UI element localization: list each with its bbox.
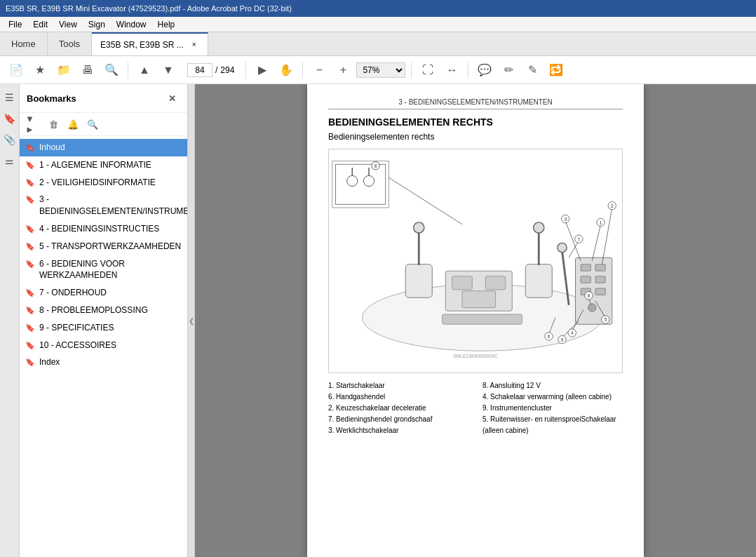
bookmark-expand-button[interactable]: ▼ ► — [25, 116, 42, 133]
bookmark-button[interactable]: ★ — [29, 60, 50, 81]
bookmark-item-ch4[interactable]: 🔖4 - BEDIENINGSINSTRUCTIES — [20, 220, 187, 238]
bookmark-item-ch3[interactable]: 🔖3 - BEDIENINGSELEMENTEN/INSTRUMENTEN — [20, 191, 187, 220]
bookmarks-title: Bookmarks — [27, 93, 76, 104]
page-separator: / — [215, 65, 217, 75]
find-button[interactable]: 🔍 — [101, 60, 122, 81]
svg-rect-24 — [581, 276, 590, 283]
tab-doc-label: E35B SR, E39B SR ... — [100, 40, 184, 50]
svg-text:7: 7 — [577, 237, 580, 242]
select-tool-button[interactable]: ▶ — [252, 60, 273, 81]
bookmark-item-ch1[interactable]: 🔖1 - ALGEMENE INFORMATIE — [20, 156, 187, 174]
legend-item-6: 6. Handgashendel — [328, 391, 468, 403]
svg-text:3: 3 — [564, 217, 567, 222]
open-button[interactable]: 📁 — [53, 60, 74, 81]
legend-item-4: 4. Schakelaar verwarming (alleen cabine) — [482, 391, 623, 403]
highlight-button[interactable]: ✏ — [498, 60, 519, 81]
excavator-diagram-svg: 8 — [329, 149, 622, 373]
fit-width-button[interactable]: ↔ — [441, 60, 462, 81]
tab-close-button[interactable]: × — [189, 40, 199, 50]
svg-rect-25 — [595, 276, 605, 283]
legend-item-7: 7. Bedieningshendel grondschaaf — [328, 414, 468, 425]
svg-rect-0 — [332, 161, 389, 208]
bookmark-icon: 🔖 — [25, 323, 35, 333]
tab-home[interactable]: Home — [0, 32, 48, 55]
toolbar: 📄 ★ 📁 🖶 🔍 ▲ ▼ / 294 ▶ ✋ − + 57% 75% 100%… — [0, 56, 756, 84]
legend-item-9: 9. Instrumentencluster — [482, 403, 623, 414]
svg-text:8: 8 — [374, 163, 377, 168]
menu-window[interactable]: Window — [111, 18, 152, 31]
pdf-area[interactable]: 3 - BEDIENINGSELEMENTEN/INSTRUMENTEN BED… — [195, 84, 756, 557]
sidebar-icon-layers[interactable]: ⚌ — [2, 153, 18, 168]
legend-item-1: 1. Startschakelaar — [328, 380, 468, 391]
tab-bar: Home Tools E35B SR, E39B SR ... × — [0, 32, 756, 56]
menu-help[interactable]: Help — [152, 18, 181, 31]
pdf-main-title: BEDIENINGSELEMENTEN RECHTS — [328, 116, 623, 128]
comment-button[interactable]: 💬 — [474, 60, 495, 81]
svg-rect-13 — [525, 264, 552, 298]
page-number-input[interactable] — [187, 63, 212, 77]
sidebar-icon-page[interactable]: ☰ — [2, 90, 18, 105]
svg-text:SMLE13840000004C: SMLE13840000004C — [453, 354, 498, 358]
bookmark-delete-button[interactable]: 🗑 — [45, 116, 62, 133]
share-button[interactable]: 🔁 — [546, 60, 567, 81]
tab-tools[interactable]: Tools — [48, 32, 92, 55]
page-total: 294 — [220, 65, 234, 75]
bookmark-label: Index — [39, 356, 182, 368]
bookmark-icon: 🔖 — [25, 160, 35, 170]
menu-file[interactable]: File — [3, 18, 27, 31]
bookmark-label: 8 - PROBLEEMOPLOSSING — [39, 304, 182, 316]
bookmark-item-index[interactable]: 🔖Index — [20, 354, 187, 371]
separator-4 — [411, 62, 412, 79]
bookmark-item-ch5[interactable]: 🔖5 - TRANSPORTWERKZAAMHEDEN — [20, 238, 187, 255]
svg-text:9: 9 — [561, 337, 564, 342]
bookmark-icon: 🔖 — [25, 305, 35, 316]
sign-button[interactable]: ✎ — [522, 60, 543, 81]
bookmark-add-button[interactable]: 🔔 — [65, 116, 81, 133]
collapse-handle[interactable]: ❮ — [188, 84, 195, 557]
bookmark-icon: 🔖 — [25, 259, 35, 269]
fit-page-button[interactable]: ⛶ — [417, 60, 438, 81]
svg-text:8: 8 — [588, 293, 590, 298]
sidebar-icon-attach[interactable]: 📎 — [2, 132, 18, 147]
tab-document[interactable]: E35B SR, E39B SR ... × — [92, 32, 208, 55]
svg-point-28 — [588, 304, 596, 311]
bookmark-search-button[interactable]: 🔍 — [84, 116, 101, 133]
bookmark-item-ch6[interactable]: 🔖6 - BEDIENING VOOR WERKZAAMHEDEN — [20, 255, 187, 285]
bookmark-icon: 🔖 — [25, 357, 35, 368]
bookmark-icon: 🔖 — [25, 194, 35, 205]
menu-sign[interactable]: Sign — [83, 18, 111, 31]
sidebar-icon-bookmark[interactable]: 🔖 — [2, 111, 18, 126]
separator-2 — [245, 62, 246, 79]
separator-1 — [128, 62, 128, 79]
prev-page-button[interactable]: ▲ — [134, 60, 155, 81]
legend-item-8: 8. Aansluiting 12 V — [482, 380, 623, 391]
bookmark-label: 2 - VEILIGHEIDSINFORMATIE — [39, 177, 182, 189]
bookmark-item-ch7[interactable]: 🔖7 - ONDERHOUD — [20, 284, 187, 302]
bookmark-item-inhoud[interactable]: 🔖Inhoud — [20, 139, 187, 156]
bookmark-item-ch2[interactable]: 🔖2 - VEILIGHEIDSINFORMATIE — [20, 174, 187, 192]
sidebar-icons: ☰ 🔖 📎 ⚌ — [0, 84, 20, 557]
bookmarks-close-button[interactable]: ✕ — [163, 90, 180, 107]
zoom-select[interactable]: 57% 75% 100% 125% 150% — [356, 62, 405, 78]
bookmark-label: 10 - ACCESSOIRES — [39, 340, 182, 351]
separator-5 — [468, 62, 468, 79]
zoom-in-button[interactable]: + — [332, 60, 353, 81]
zoom-out-button[interactable]: − — [309, 60, 330, 81]
new-file-button[interactable]: 📄 — [6, 60, 27, 81]
bookmark-item-ch9[interactable]: 🔖9 - SPECIFICATIES — [20, 319, 187, 337]
bookmarks-header: Bookmarks ✕ — [20, 84, 187, 113]
hand-tool-button[interactable]: ✋ — [276, 60, 297, 81]
menu-edit[interactable]: Edit — [27, 18, 53, 31]
print-button[interactable]: 🖶 — [77, 60, 98, 81]
bookmark-label: 3 - BEDIENINGSELEMENTEN/INSTRUMENTEN — [39, 194, 187, 217]
menu-view[interactable]: View — [53, 18, 83, 31]
svg-point-15 — [534, 222, 544, 233]
next-page-button[interactable]: ▼ — [158, 60, 179, 81]
bookmark-item-ch8[interactable]: 🔖8 - PROBLEEMOPLOSSING — [20, 302, 187, 319]
svg-rect-22 — [581, 264, 590, 271]
bookmark-label: 7 - ONDERHOUD — [39, 287, 182, 299]
title-text: E35B SR, E39B SR Mini Excavator (4752952… — [6, 4, 292, 13]
legend-item-3: 3. Werklichtschakelaar — [328, 425, 468, 436]
bookmark-icon: 🔖 — [25, 177, 35, 188]
bookmark-item-ch10[interactable]: 🔖10 - ACCESSOIRES — [20, 337, 187, 354]
